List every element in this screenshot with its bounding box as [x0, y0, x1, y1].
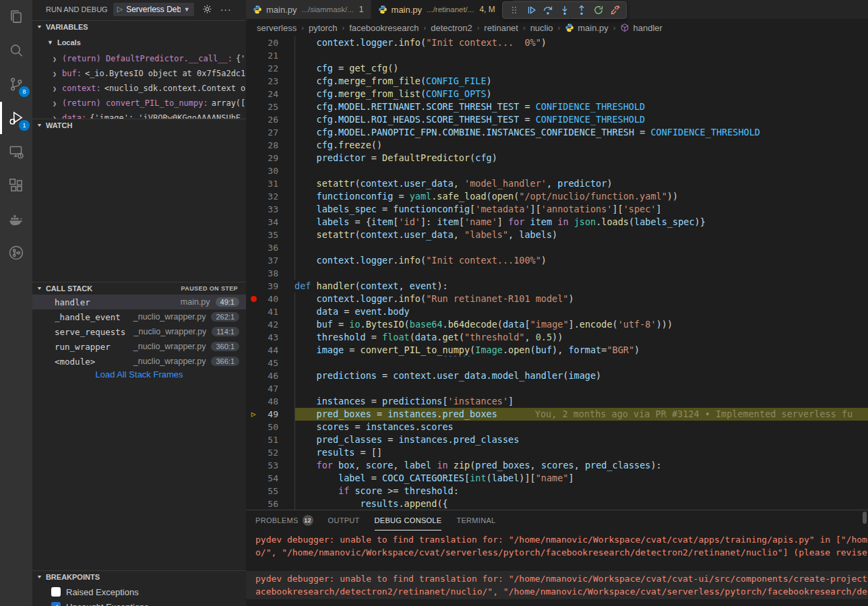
panel-tab-problems[interactable]: PROBLEMS12 [255, 510, 313, 531]
code-line-43[interactable]: 43 threshold = float(data.get("threshold… [246, 331, 868, 344]
drag-handle-button[interactable] [505, 2, 522, 18]
code-line-38[interactable]: 38 [246, 267, 868, 280]
call-stack-frame[interactable]: serve_requests _nuclio_wrapper.py 114:1 [32, 324, 246, 339]
gutter[interactable] [246, 357, 261, 369]
breadcrumb-item-handler[interactable]: handler [620, 23, 662, 33]
gutter[interactable] [246, 164, 261, 177]
breakpoints-section-header[interactable]: ▼ BREAKPOINTS [32, 570, 246, 583]
gutter[interactable] [246, 254, 261, 267]
gutter[interactable] [246, 331, 261, 344]
step-out-button[interactable] [573, 2, 590, 18]
code-line-33[interactable]: 33 labels_spec = functionconfig['metadat… [246, 203, 868, 216]
gutter[interactable] [246, 113, 261, 126]
variables-section-header[interactable]: ▼ VARIABLES [32, 20, 246, 33]
code-line-31[interactable]: 31 setattr(context.user_data, 'model_han… [246, 177, 868, 190]
panel-tab-debug-console[interactable]: DEBUG CONSOLE [375, 510, 442, 531]
activity-bar-item-remote-explorer[interactable] [0, 135, 32, 169]
activity-bar-item-explorer[interactable] [0, 0, 32, 34]
code-line-36[interactable]: 36 [246, 241, 868, 254]
code-line-47[interactable]: 47 [246, 382, 868, 395]
gutter[interactable] [246, 382, 261, 395]
gutter[interactable] [246, 459, 261, 472]
gutter[interactable] [246, 139, 261, 152]
gear-icon[interactable] [202, 4, 212, 14]
breadcrumb-item-serverless[interactable]: serverless [257, 23, 297, 33]
panel-tab-terminal[interactable]: TERMINAL [456, 510, 495, 531]
gutter[interactable] [246, 433, 261, 446]
step-into-button[interactable] [556, 2, 573, 18]
variables-scope-locals[interactable]: ▼ Locals [32, 35, 246, 50]
start-debug-icon[interactable]: ▷ [117, 5, 123, 13]
code-line-46[interactable]: 46 predictions = context.user_data.model… [246, 369, 868, 382]
gutter[interactable] [246, 216, 261, 229]
call-stack-section-header[interactable]: ▼ CALL STACK PAUSED ON STEP [32, 282, 246, 295]
breadcrumb-item-facebookresearch[interactable]: facebookresearch [349, 23, 418, 33]
activity-bar-item-source-control[interactable]: 8 [0, 67, 32, 101]
code-line-52[interactable]: 52 results = [] [246, 446, 868, 459]
code-line-24[interactable]: 24 cfg.merge_from_list(CONFIG_OPTS) [246, 88, 868, 100]
code-line-22[interactable]: 22 cfg = get_cfg() [246, 62, 868, 75]
gutter[interactable] [246, 305, 261, 318]
gutter[interactable] [246, 318, 261, 331]
breakpoint-row-raised-exceptions[interactable]: Raised Exceptions [32, 584, 246, 599]
gutter[interactable] [246, 344, 261, 357]
restart-button[interactable] [590, 2, 607, 18]
code-line-29[interactable]: 29 predictor = DefaultPredictor(cfg) [246, 152, 868, 164]
checkbox[interactable]: ✓ [51, 602, 61, 606]
code-line-25[interactable]: 25 cfg.MODEL.RETINANET.SCORE_THRESH_TEST… [246, 100, 868, 113]
gutter[interactable] [246, 126, 261, 139]
watch-section-header[interactable]: ▼ WATCH [32, 119, 246, 131]
variable-row[interactable]: ❯ context: <nuclio_sdk.context.Context o… [32, 81, 246, 96]
code-line-21[interactable]: 21 [246, 49, 868, 62]
code-line-40[interactable]: 40 context.logger.info("Run retinanet-R1… [246, 293, 868, 305]
current-line-arrow-icon[interactable]: ▷ [246, 408, 261, 421]
gutter[interactable] [246, 421, 261, 433]
checkbox[interactable] [51, 587, 61, 597]
gutter[interactable] [246, 36, 261, 49]
code-area[interactable]: 20 context.logger.info("Init context... … [246, 36, 868, 510]
code-line-55[interactable]: 55 if score >= threshold: [246, 485, 868, 497]
variable-row[interactable]: ❯ (return) DefaultPredictor.__call__: {'… [32, 51, 246, 66]
disconnect-button[interactable] [607, 2, 623, 18]
code-line-23[interactable]: 23 cfg.merge_from_file(CONFIG_FILE) [246, 75, 868, 88]
editor-tab-main.py[interactable]: main.py.../retinanet/...4, M× [371, 0, 514, 19]
code-line-20[interactable]: 20 context.logger.info("Init context... … [246, 36, 868, 49]
code-line-51[interactable]: 51 pred_classes = instances.pred_classes [246, 433, 868, 446]
variable-row[interactable]: ❯ (return) convert_PIL_to_numpy: array([… [32, 96, 246, 111]
gutter[interactable] [246, 152, 261, 164]
gutter[interactable] [246, 267, 261, 280]
code-line-37[interactable]: 37 context.logger.info("Init context...1… [246, 254, 868, 267]
code-line-44[interactable]: 44 image = convert_PIL_to_numpy(Image.op… [246, 344, 868, 357]
activity-bar-item-search[interactable] [0, 34, 32, 67]
gutter[interactable] [246, 472, 261, 485]
gutter[interactable] [246, 241, 261, 254]
gutter[interactable] [246, 49, 261, 62]
breakpoint-row-uncaught-exceptions[interactable]: ✓ Uncaught Exceptions [32, 599, 246, 606]
gutter[interactable] [246, 100, 261, 113]
code-line-42[interactable]: 42 buf = io.BytesIO(base64.b64decode(dat… [246, 318, 868, 331]
code-line-32[interactable]: 32 functionconfig = yaml.safe_load(open(… [246, 190, 868, 203]
gutter[interactable] [246, 446, 261, 459]
activity-bar-item-jupyter[interactable] [0, 236, 32, 270]
code-line-45[interactable]: 45 [246, 357, 868, 369]
activity-bar-item-docker[interactable] [0, 202, 32, 236]
code-line-48[interactable]: 48 instances = predictions['instances'] [246, 395, 868, 408]
code-line-53[interactable]: 53 for box, score, label in zip(pred_box… [246, 459, 868, 472]
code-line-27[interactable]: 27 cfg.MODEL.PANOPTIC_FPN.COMBINE.INSTAN… [246, 126, 868, 139]
breadcrumb-item-main.py[interactable]: main.py [565, 23, 609, 33]
console-message-block[interactable]: pydev debugger: unable to find translati… [246, 571, 868, 599]
call-stack-frame[interactable]: _handle_event _nuclio_wrapper.py 262:1 [32, 309, 246, 324]
console-message-block[interactable]: pydev debugger: unable to find translati… [246, 532, 868, 560]
gutter[interactable] [246, 395, 261, 408]
variable-row[interactable]: ❯ buf: <_io.BytesIO object at 0x7f5a2dc1… [32, 66, 246, 81]
code-line-39[interactable]: 39def handler(context, event): [246, 280, 868, 293]
more-actions-icon[interactable]: ··· [220, 4, 232, 15]
activity-bar-item-extensions[interactable] [0, 169, 32, 202]
continue-button[interactable] [522, 2, 539, 18]
panel-tab-output[interactable]: OUTPUT [328, 510, 360, 531]
breadcrumb-item-pytorch[interactable]: pytorch [309, 23, 338, 33]
call-stack-frame[interactable]: run_wrapper _nuclio_wrapper.py 360:1 [32, 339, 246, 354]
code-line-30[interactable]: 30 [246, 164, 868, 177]
gutter[interactable] [246, 177, 261, 190]
gutter[interactable] [246, 190, 261, 203]
